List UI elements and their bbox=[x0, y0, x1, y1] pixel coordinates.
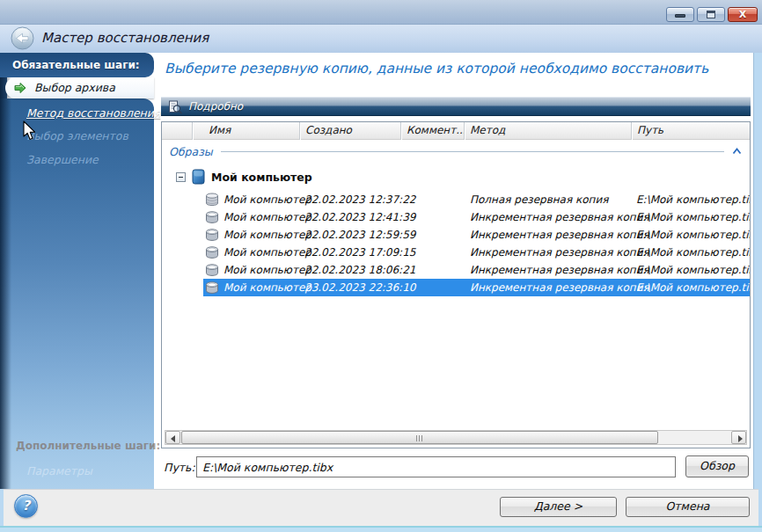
sidebar-item-label: Выбор архива bbox=[34, 81, 115, 94]
sidebar-item-archive-selection[interactable]: Выбор архива bbox=[5, 77, 154, 98]
table-header: Имя Создано Коммент... Метод Путь bbox=[162, 122, 750, 140]
close-button[interactable]: X bbox=[728, 7, 758, 22]
column-comment[interactable]: Коммент... bbox=[401, 122, 465, 140]
scroll-right-icon bbox=[738, 435, 743, 442]
tree-root-label: Мой компьютер bbox=[211, 171, 312, 184]
scrollbar-thumb[interactable] bbox=[181, 431, 658, 444]
scroll-right-button[interactable] bbox=[731, 431, 746, 444]
sidebar-item-recovery-method[interactable]: Метод восстановления bbox=[26, 106, 160, 120]
window-right-border-bottom bbox=[758, 489, 762, 526]
row-created: 22.02.2023 12:37:22 bbox=[304, 193, 415, 206]
sidebar-shade bbox=[0, 53, 11, 489]
close-icon: X bbox=[729, 8, 757, 21]
incremental-backup-icon bbox=[205, 228, 219, 242]
incremental-backup-icon bbox=[205, 281, 219, 295]
cancel-label: Отмена bbox=[626, 498, 749, 515]
backup-rows: Мой компьютер 22.02.2023 12:37:22 Полная… bbox=[162, 191, 750, 296]
path-input[interactable] bbox=[196, 456, 676, 477]
path-label: Путь: bbox=[164, 461, 195, 474]
row-path: E:\Мой компьютер.tibx bbox=[636, 281, 750, 294]
cancel-button[interactable]: Отмена bbox=[626, 497, 750, 517]
group-row-images[interactable]: Образы bbox=[162, 142, 750, 161]
sidebar-required-header: Обязательные шаги: bbox=[0, 53, 154, 77]
row-name: Мой компьютер bbox=[223, 193, 311, 206]
row-path: E:\Мой компьютер.tib bbox=[636, 264, 750, 276]
incremental-backup-icon bbox=[205, 210, 219, 224]
column-method[interactable]: Метод bbox=[465, 122, 632, 140]
row-name: Мой компьютер bbox=[223, 264, 311, 276]
incremental-backup-icon bbox=[205, 245, 219, 259]
incremental-backup-icon bbox=[205, 263, 219, 277]
computer-archive-icon bbox=[192, 169, 205, 185]
row-method: Полная резервная копия bbox=[470, 193, 608, 206]
horizontal-scrollbar[interactable] bbox=[165, 430, 747, 445]
column-icon[interactable] bbox=[162, 122, 193, 140]
row-created: 22.02.2023 18:06:21 bbox=[304, 264, 415, 276]
scroll-left-button[interactable] bbox=[165, 431, 180, 444]
sidebar-item-finish: Завершение bbox=[26, 153, 99, 167]
row-method: Инкрементная резервная копия bbox=[470, 211, 649, 223]
group-label: Образы bbox=[169, 145, 213, 158]
collapse-chevron-icon[interactable] bbox=[732, 148, 742, 155]
column-name[interactable]: Имя bbox=[193, 122, 300, 140]
row-created: 22.02.2023 12:41:39 bbox=[304, 211, 415, 223]
row-name: Мой компьютер bbox=[223, 281, 311, 294]
maximize-button[interactable] bbox=[697, 7, 725, 22]
collapse-expander-icon[interactable] bbox=[176, 172, 186, 182]
browse-button[interactable]: Обзор bbox=[685, 455, 749, 477]
green-arrow-icon bbox=[13, 81, 27, 95]
sidebar-item-item-selection: Выбор элементов bbox=[26, 129, 128, 143]
row-method: Инкрементная резервная копия bbox=[470, 246, 649, 259]
row-path: E:\Мой компьютер.tib bbox=[636, 246, 750, 259]
next-button[interactable]: Далее > bbox=[500, 497, 617, 517]
row-method: Инкрементная резервная копия bbox=[470, 264, 649, 276]
window-bottom-border bbox=[0, 526, 762, 532]
table-row[interactable]: Мой компьютер 22.02.2023 12:37:22 Полная… bbox=[162, 191, 750, 208]
row-created: 23.02.2023 22:36:10 bbox=[304, 281, 415, 294]
details-label: Подробно bbox=[188, 100, 243, 113]
table-row[interactable]: Мой компьютер 22.02.2023 17:09:15 Инкрем… bbox=[162, 244, 750, 261]
row-created: 22.02.2023 17:09:15 bbox=[304, 246, 415, 259]
row-name: Мой компьютер bbox=[223, 229, 311, 241]
row-method: Инкрементная резервная копия bbox=[470, 281, 649, 294]
group-divider bbox=[221, 151, 724, 152]
help-icon: ? bbox=[15, 495, 37, 517]
recovery-wizard-window: X Мастер восстановления Обязательные шаг… bbox=[0, 0, 762, 532]
sidebar-optional-header: Дополнительные шаги: bbox=[16, 440, 160, 452]
table-row[interactable]: Мой компьютер 22.02.2023 12:59:59 Инкрем… bbox=[162, 226, 750, 244]
row-name: Мой компьютер bbox=[223, 211, 311, 223]
title-bar bbox=[0, 0, 762, 25]
row-name: Мой компьютер bbox=[223, 246, 311, 259]
next-label: Далее > bbox=[501, 498, 616, 515]
sidebar-item-options: Параметры bbox=[26, 464, 92, 478]
tree-root-row[interactable]: Мой компьютер bbox=[162, 166, 750, 189]
minimize-button[interactable] bbox=[666, 7, 694, 22]
row-path: E:\Мой компьютер.tib bbox=[636, 193, 750, 206]
browse-label: Обзор bbox=[686, 456, 748, 476]
window-right-border bbox=[753, 53, 762, 489]
window-left-border bbox=[0, 489, 4, 526]
minimize-icon bbox=[675, 14, 685, 18]
details-toolbar[interactable]: Подробно bbox=[161, 97, 751, 116]
backup-list: Имя Создано Коммент... Метод Путь Образы bbox=[161, 121, 751, 448]
row-path: E:\Мой компьютер.tib bbox=[636, 211, 750, 223]
table-row[interactable]: Мой компьютер 23.02.2023 22:36:10 Инкрем… bbox=[162, 279, 750, 296]
scrollbar-grip-icon bbox=[416, 435, 423, 441]
table-row[interactable]: Мой компьютер 22.02.2023 12:41:39 Инкрем… bbox=[162, 208, 750, 226]
table-row[interactable]: Мой компьютер 22.02.2023 18:06:21 Инкрем… bbox=[162, 261, 750, 279]
back-button[interactable] bbox=[11, 26, 34, 50]
full-backup-icon bbox=[205, 193, 219, 207]
help-button[interactable]: ? bbox=[14, 494, 38, 518]
maximize-icon bbox=[707, 11, 715, 18]
row-created: 22.02.2023 12:59:59 bbox=[304, 229, 415, 241]
page-title: Мастер восстановления bbox=[41, 30, 209, 46]
details-icon bbox=[168, 100, 182, 114]
mouse-cursor bbox=[23, 120, 36, 141]
page-heading: Выберите резервную копию, данные из кото… bbox=[165, 61, 745, 77]
row-path: E:\Мой компьютер.tib bbox=[636, 229, 750, 241]
required-steps-label: Обязательные шаги: bbox=[0, 53, 154, 77]
column-path[interactable]: Путь bbox=[632, 122, 750, 140]
row-method: Инкрементная резервная копия bbox=[470, 229, 649, 241]
scroll-left-icon bbox=[171, 435, 175, 442]
column-created[interactable]: Создано bbox=[300, 122, 401, 140]
